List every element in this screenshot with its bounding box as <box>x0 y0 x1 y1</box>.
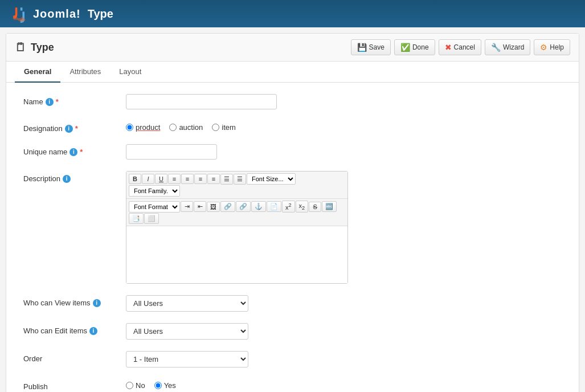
editor-align-justify-button[interactable]: ≡ <box>207 174 220 184</box>
publish-yes-radio[interactable] <box>154 382 162 389</box>
order-select-wrapper: 1 - Item <box>126 351 562 368</box>
editor-list-ul-button[interactable]: ☰ <box>220 174 233 185</box>
who-view-select[interactable]: All Users Registered Special <box>126 295 248 312</box>
joomla-logo-icon <box>9 3 30 24</box>
designation-auction-label: auction <box>179 123 203 132</box>
order-row: Order 1 - Item <box>23 351 562 368</box>
editor-link-button[interactable]: 🔗 <box>220 201 235 212</box>
topbar-page-title: Type <box>88 7 113 21</box>
publish-no-option[interactable]: No <box>126 381 145 390</box>
publish-no-radio[interactable] <box>126 382 133 389</box>
unique-name-input[interactable] <box>126 144 217 160</box>
editor-indent-button[interactable]: ⇥ <box>181 201 193 212</box>
editor-unlink-button[interactable]: 🔗 <box>236 201 251 212</box>
tab-attributes[interactable]: Attributes <box>60 62 110 83</box>
who-view-info-icon: i <box>93 299 101 307</box>
cancel-button[interactable]: ✖ Cancel <box>439 39 481 55</box>
designation-auction-option[interactable]: auction <box>169 123 203 132</box>
order-select[interactable]: 1 - Item <box>126 351 248 368</box>
description-info-icon: i <box>63 175 71 183</box>
publish-yes-label: Yes <box>164 381 176 390</box>
form-body: Name i * Designation i * <box>6 83 579 392</box>
editor-extra1-button[interactable]: 🔤 <box>322 201 337 212</box>
editor-align-right-button[interactable]: ≡ <box>194 174 207 184</box>
publish-radio-wrapper: No Yes <box>126 379 562 390</box>
cancel-label: Cancel <box>454 43 475 51</box>
description-row: Description i B I U ≡ ≡ ≡ ≡ <box>23 171 562 284</box>
tabs-bar: General Attributes Layout <box>6 62 579 83</box>
help-button[interactable]: ⚙ Help <box>534 39 570 55</box>
editor-sub-button[interactable]: x2 <box>296 201 309 213</box>
editor-sup-button[interactable]: x2 <box>282 201 295 213</box>
unique-name-input-wrapper <box>126 144 562 160</box>
designation-item-option[interactable]: item <box>212 123 236 132</box>
editor-extra2-button[interactable]: 📑 <box>129 213 144 224</box>
save-icon: 💾 <box>357 43 367 52</box>
who-view-label: Who can View items i <box>23 295 126 307</box>
joomla-logo-area: Joomla! <box>9 3 81 24</box>
editor-outdent-button[interactable]: ⇤ <box>194 201 206 212</box>
designation-info-icon: i <box>65 125 73 133</box>
save-button[interactable]: 💾 Save <box>351 39 391 55</box>
who-edit-label: Who can Edit items i <box>23 323 126 335</box>
name-row: Name i * <box>23 94 562 109</box>
description-editor: B I U ≡ ≡ ≡ ≡ ☰ ☰ Font Size... <box>126 171 348 284</box>
unique-name-required: * <box>80 148 83 156</box>
editor-insert-button[interactable]: 📄 <box>267 201 281 212</box>
publish-no-label: No <box>136 381 145 390</box>
designation-item-label: item <box>222 123 236 132</box>
who-edit-row: Who can Edit items i All Users Registere… <box>23 323 562 340</box>
editor-font-family-select[interactable]: Font Family. <box>129 185 180 197</box>
editor-italic-button[interactable]: I <box>142 174 154 184</box>
publish-radio-group: No Yes <box>126 379 562 390</box>
designation-item-radio[interactable] <box>212 124 219 131</box>
wizard-icon: 🔧 <box>491 43 501 52</box>
panel-title-icon: 🗒 <box>15 41 26 54</box>
editor-align-center-button[interactable]: ≡ <box>181 174 194 184</box>
done-button[interactable]: ✅ Done <box>394 39 435 55</box>
panel-title: 🗒 Type <box>15 41 54 54</box>
done-label: Done <box>412 43 429 51</box>
panel-title-text: Type <box>31 42 54 54</box>
save-label: Save <box>369 43 384 51</box>
who-view-select-wrapper: All Users Registered Special <box>126 295 562 312</box>
editor-underline-button[interactable]: U <box>155 174 167 184</box>
editor-font-size-select[interactable]: Font Size... <box>247 173 296 185</box>
publish-yes-option[interactable]: Yes <box>154 381 176 390</box>
editor-fullscreen-button[interactable]: ⬜ <box>144 213 159 224</box>
description-content-area[interactable] <box>126 226 347 283</box>
designation-product-radio[interactable] <box>126 124 133 131</box>
cancel-icon: ✖ <box>445 43 452 52</box>
editor-font-format-select[interactable]: Font Format <box>129 201 180 213</box>
designation-row: Designation i * product auction <box>23 121 562 133</box>
content-panel: 🗒 Type 💾 Save ✅ Done ✖ Cancel 🔧 <box>6 33 579 392</box>
unique-name-info-icon: i <box>69 148 77 156</box>
description-label: Description i <box>23 171 126 183</box>
designation-label: Designation i * <box>23 121 126 133</box>
topbar-title: Joomla! <box>33 7 81 21</box>
main-container: 🗒 Type 💾 Save ✅ Done ✖ Cancel 🔧 <box>0 27 585 392</box>
designation-product-option[interactable]: product <box>126 123 160 132</box>
who-edit-select-wrapper: All Users Registered Special <box>126 323 562 340</box>
editor-anchor-button[interactable]: ⚓ <box>251 201 266 212</box>
editor-strike-button[interactable]: S <box>309 202 321 212</box>
editor-image-button[interactable]: 🖼 <box>207 202 220 212</box>
wizard-button[interactable]: 🔧 Wizard <box>485 39 530 55</box>
description-editor-wrapper: B I U ≡ ≡ ≡ ≡ ☰ ☰ Font Size... <box>126 171 562 284</box>
done-icon: ✅ <box>400 43 410 52</box>
tab-general[interactable]: General <box>15 62 60 83</box>
name-label: Name i * <box>23 94 126 106</box>
name-input[interactable] <box>126 94 277 109</box>
name-info-icon: i <box>46 98 54 106</box>
who-view-row: Who can View items i All Users Registere… <box>23 295 562 312</box>
editor-bold-button[interactable]: B <box>129 174 141 184</box>
designation-auction-radio[interactable] <box>169 124 177 131</box>
publish-label: Publish <box>23 379 126 391</box>
tab-layout[interactable]: Layout <box>110 62 150 83</box>
topbar: Joomla! Type <box>0 0 585 27</box>
who-edit-select[interactable]: All Users Registered Special <box>126 323 248 340</box>
editor-align-left-button[interactable]: ≡ <box>168 174 181 184</box>
editor-list-ol-button[interactable]: ☰ <box>234 174 246 185</box>
designation-required: * <box>75 124 78 133</box>
designation-input-wrapper: product auction item <box>126 121 562 132</box>
